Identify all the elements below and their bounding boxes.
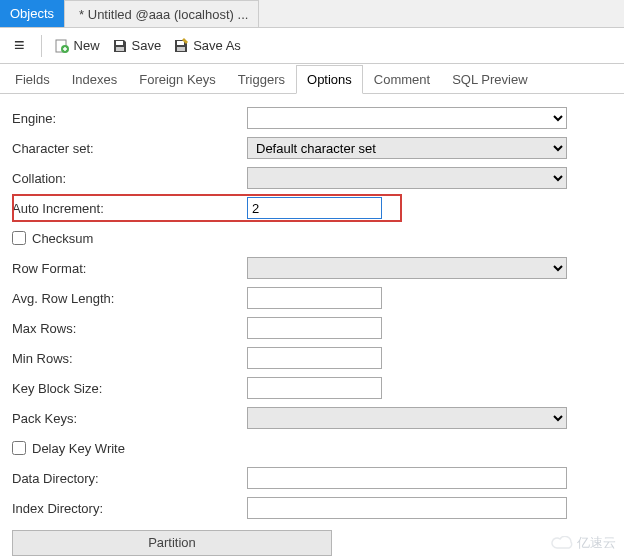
options-form: Engine: Character set: Default character… [0, 94, 624, 556]
tab-objects-label: Objects [10, 6, 54, 21]
charset-select[interactable]: Default character set [247, 137, 567, 159]
tab-fields[interactable]: Fields [4, 65, 61, 94]
checksum-checkbox[interactable]: Checksum [12, 231, 93, 246]
editor-tabs: Fields Indexes Foreign Keys Triggers Opt… [0, 64, 624, 94]
saveas-button[interactable]: Save As [173, 38, 241, 54]
delaykey-input[interactable] [12, 441, 26, 455]
keyblock-label: Key Block Size: [12, 381, 247, 396]
partition-button[interactable]: Partition [12, 530, 332, 556]
toolbar: ≡ New Save Save As [0, 28, 624, 64]
tab-untitled[interactable]: * Untitled @aaa (localhost) ... [65, 0, 259, 27]
engine-label: Engine: [12, 111, 247, 126]
menu-icon[interactable]: ≡ [10, 35, 29, 56]
svg-rect-3 [116, 41, 123, 45]
packkeys-label: Pack Keys: [12, 411, 247, 426]
autoinc-input[interactable] [247, 197, 382, 219]
svg-rect-4 [116, 47, 124, 51]
save-label: Save [132, 38, 162, 53]
new-label: New [74, 38, 100, 53]
collation-select[interactable] [247, 167, 567, 189]
maxrows-label: Max Rows: [12, 321, 247, 336]
maxrows-input[interactable] [247, 317, 382, 339]
window-tabs: Objects * Untitled @aaa (localhost) ... [0, 0, 624, 28]
tab-options[interactable]: Options [296, 65, 363, 94]
delaykey-label: Delay Key Write [32, 441, 125, 456]
saveas-label: Save As [193, 38, 241, 53]
tab-objects[interactable]: Objects [0, 0, 65, 27]
checksum-label: Checksum [32, 231, 93, 246]
save-button[interactable]: Save [112, 38, 162, 54]
collation-label: Collation: [12, 171, 247, 186]
rowformat-label: Row Format: [12, 261, 247, 276]
packkeys-select[interactable] [247, 407, 567, 429]
charset-label: Character set: [12, 141, 247, 156]
datadir-label: Data Directory: [12, 471, 247, 486]
svg-rect-5 [177, 41, 184, 45]
keyblock-input[interactable] [247, 377, 382, 399]
engine-select[interactable] [247, 107, 567, 129]
partition-label: Partition [148, 535, 196, 550]
avgrowlen-input[interactable] [247, 287, 382, 309]
tab-indexes[interactable]: Indexes [61, 65, 129, 94]
svg-rect-6 [177, 47, 185, 51]
tab-untitled-label: * Untitled @aaa (localhost) ... [79, 7, 248, 22]
autoinc-label: Auto Increment: [12, 201, 247, 216]
tab-triggers[interactable]: Triggers [227, 65, 296, 94]
delaykey-checkbox[interactable]: Delay Key Write [12, 441, 125, 456]
save-icon [112, 38, 128, 54]
avgrowlen-label: Avg. Row Length: [12, 291, 247, 306]
saveas-icon [173, 38, 189, 54]
indexdir-input[interactable] [247, 497, 567, 519]
new-button[interactable]: New [54, 38, 100, 54]
tab-comment[interactable]: Comment [363, 65, 441, 94]
minrows-input[interactable] [247, 347, 382, 369]
rowformat-select[interactable] [247, 257, 567, 279]
checksum-input[interactable] [12, 231, 26, 245]
tab-sql-preview[interactable]: SQL Preview [441, 65, 538, 94]
minrows-label: Min Rows: [12, 351, 247, 366]
indexdir-label: Index Directory: [12, 501, 247, 516]
new-icon [54, 38, 70, 54]
separator [41, 35, 42, 57]
datadir-input[interactable] [247, 467, 567, 489]
tab-foreign-keys[interactable]: Foreign Keys [128, 65, 227, 94]
